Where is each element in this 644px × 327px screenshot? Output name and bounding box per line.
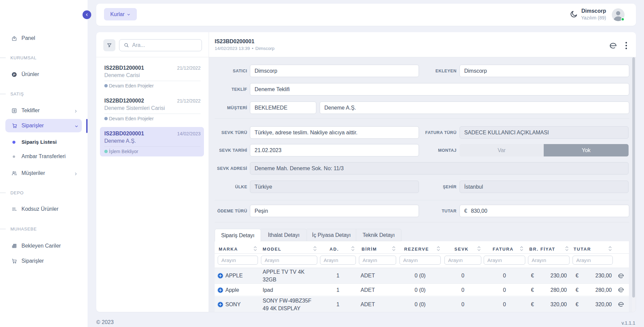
svg-text:P: P [13, 72, 15, 76]
